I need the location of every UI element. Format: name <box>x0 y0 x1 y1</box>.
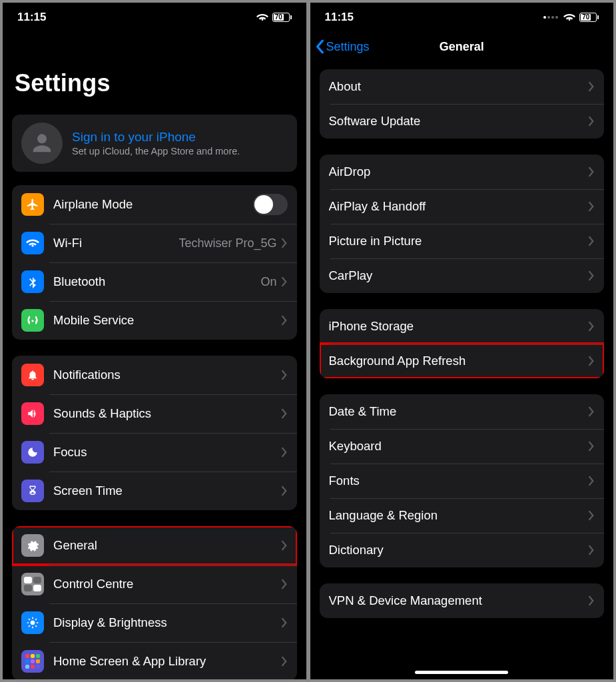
row-label: Software Update <box>329 114 589 129</box>
chevron-icon <box>588 356 595 366</box>
general-group-2: AirDrop AirPlay & Handoff Picture in Pic… <box>320 155 605 293</box>
signin-subtitle: Set up iCloud, the App Store and more. <box>72 146 240 157</box>
alerts-group: Notifications Sounds & Haptics Focus <box>12 356 297 510</box>
row-label: About <box>329 79 589 94</box>
row-label: Date & Time <box>329 404 589 419</box>
keyboard-row[interactable]: Keyboard <box>320 429 605 464</box>
row-label: Wi-Fi <box>53 236 178 250</box>
chevron-icon <box>281 447 288 458</box>
chevron-icon <box>281 656 288 667</box>
svg-point-1 <box>31 621 35 625</box>
chevron-icon <box>588 545 595 555</box>
page-title: Settings <box>3 32 306 109</box>
row-label: VPN & Device Management <box>329 593 589 608</box>
dictionary-row[interactable]: Dictionary <box>320 533 605 567</box>
chevron-icon <box>588 476 595 486</box>
settings-screen: 11:15 70 Settings Sign in to your iPhone… <box>3 3 306 679</box>
svg-line-8 <box>29 625 30 627</box>
chevron-icon <box>588 167 595 177</box>
system-group: General Control Centre Display & Brightn… <box>12 526 297 679</box>
wifi-icon <box>563 13 575 22</box>
signin-title: Sign in to your iPhone <box>72 130 240 145</box>
row-label: AirDrop <box>329 165 589 179</box>
airplay-row[interactable]: AirPlay & Handoff <box>320 189 605 224</box>
row-label: Picture in Picture <box>329 234 589 248</box>
row-label: General <box>53 538 281 553</box>
control-centre-row[interactable]: Control Centre <box>12 565 297 603</box>
chevron-icon <box>281 617 288 628</box>
chevron-icon <box>588 321 595 332</box>
sounds-row[interactable]: Sounds & Haptics <box>12 394 297 433</box>
general-row[interactable]: General <box>12 526 297 565</box>
row-label: Keyboard <box>329 439 589 454</box>
background-app-refresh-row[interactable]: Background App Refresh <box>320 344 605 378</box>
row-label: Language & Region <box>329 508 589 523</box>
general-group-5: VPN & Device Management <box>320 583 605 618</box>
chevron-icon <box>281 276 288 287</box>
signin-card[interactable]: Sign in to your iPhone Set up iCloud, th… <box>12 115 297 172</box>
row-label: Dictionary <box>329 543 589 557</box>
notifications-row[interactable]: Notifications <box>12 356 297 394</box>
bluetooth-row[interactable]: Bluetooth On <box>12 262 297 301</box>
row-label: Fonts <box>329 474 589 488</box>
about-row[interactable]: About <box>320 69 605 104</box>
row-label: Background App Refresh <box>329 354 589 368</box>
airplane-icon <box>21 193 44 216</box>
airdrop-row[interactable]: AirDrop <box>320 155 605 189</box>
chevron-icon <box>281 238 288 248</box>
nav-title: General <box>310 40 614 54</box>
chevron-icon <box>588 595 595 606</box>
row-label: Home Screen & App Library <box>53 654 281 669</box>
chevron-icon <box>588 236 595 246</box>
hourglass-icon <box>21 480 44 502</box>
wifi-value: Techwiser Pro_5G <box>178 236 276 250</box>
chevron-icon <box>281 486 288 496</box>
focus-row[interactable]: Focus <box>12 433 297 472</box>
svg-point-0 <box>37 134 47 143</box>
connectivity-group: Airplane Mode Wi-Fi Techwiser Pro_5G Blu… <box>12 185 297 340</box>
chevron-icon <box>281 370 288 380</box>
chevron-icon <box>588 81 595 92</box>
gear-icon <box>21 534 44 557</box>
airplane-mode-row[interactable]: Airplane Mode <box>12 185 297 224</box>
carplay-row[interactable]: CarPlay <box>320 258 605 293</box>
language-region-row[interactable]: Language & Region <box>320 498 605 533</box>
svg-line-9 <box>35 619 37 620</box>
iphone-storage-row[interactable]: iPhone Storage <box>320 309 605 344</box>
status-time: 11:15 <box>325 11 354 24</box>
row-label: Mobile Service <box>53 313 281 328</box>
status-time: 11:15 <box>17 11 46 24</box>
pip-row[interactable]: Picture in Picture <box>320 224 605 258</box>
grid-icon <box>21 650 44 673</box>
fonts-row[interactable]: Fonts <box>320 464 605 498</box>
bluetooth-icon <box>21 270 44 293</box>
row-label: CarPlay <box>329 268 589 283</box>
software-update-row[interactable]: Software Update <box>320 104 605 139</box>
row-label: Control Centre <box>53 577 281 591</box>
date-time-row[interactable]: Date & Time <box>320 394 605 429</box>
general-group-1: About Software Update <box>320 69 605 139</box>
general-group-4: Date & Time Keyboard Fonts Language & Re… <box>320 394 605 567</box>
chevron-icon <box>588 116 595 127</box>
row-label: Focus <box>53 445 281 460</box>
wifi-icon <box>21 232 44 254</box>
row-label: Display & Brightness <box>53 615 281 630</box>
vpn-row[interactable]: VPN & Device Management <box>320 583 605 618</box>
mobile-service-row[interactable]: Mobile Service <box>12 301 297 340</box>
general-screen: 11:15 70 Settings General About Softw <box>310 3 614 679</box>
home-screen-row[interactable]: Home Screen & App Library <box>12 642 297 679</box>
chevron-icon <box>588 270 595 281</box>
row-label: Airplane Mode <box>53 197 253 212</box>
home-indicator[interactable] <box>415 671 508 674</box>
battery-icon: 70 <box>579 13 599 22</box>
chevron-icon <box>588 510 595 521</box>
wifi-row[interactable]: Wi-Fi Techwiser Pro_5G <box>12 224 297 262</box>
chevron-icon <box>588 406 595 417</box>
screen-time-row[interactable]: Screen Time <box>12 472 297 510</box>
display-row[interactable]: Display & Brightness <box>12 603 297 642</box>
row-label: AirPlay & Handoff <box>329 199 589 214</box>
nav-bar: Settings General <box>310 32 614 61</box>
airplane-toggle[interactable] <box>253 194 288 215</box>
chevron-icon <box>588 201 595 212</box>
row-label: Sounds & Haptics <box>53 406 281 421</box>
